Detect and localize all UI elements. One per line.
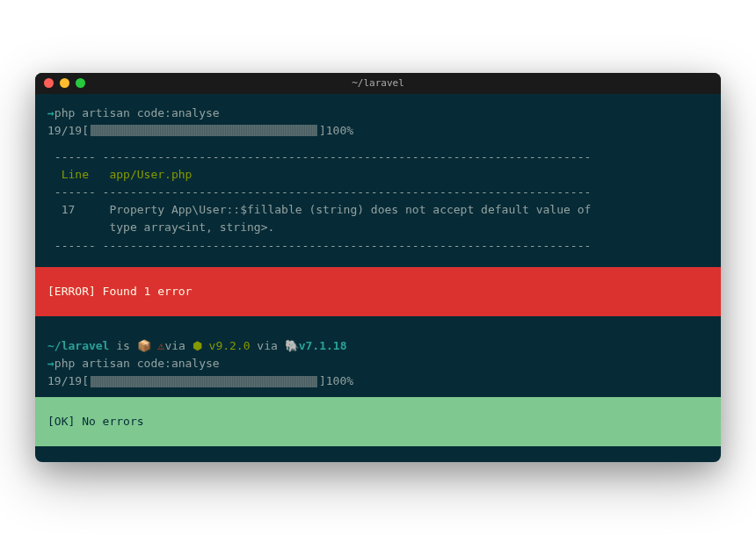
node-version: v9.2.0 (209, 339, 258, 352)
elephant-icon: 🐘 (285, 339, 299, 352)
prompt-is: is (109, 339, 136, 352)
bracket-open: [ (82, 372, 89, 390)
bracket-close: ] (319, 122, 326, 140)
via-text: via (257, 339, 284, 352)
prompt-arrow-icon: → (47, 357, 55, 370)
progress-bar (91, 376, 317, 387)
table-divider: ------ ---------------------------------… (35, 237, 721, 255)
table-header: Line app/User.php (35, 166, 721, 184)
command-text: php artisan code:analyse (55, 106, 220, 119)
shell-prompt: ~/laravel is 📦 ⚠via ⬢ v9.2.0 via 🐘v7.1.1… (35, 337, 721, 355)
progress-count: 19/19 (47, 122, 82, 140)
table-row: 17 Property App\User::$fillable (string)… (35, 201, 721, 219)
progress-line: 19/19 [] 100% (35, 122, 721, 140)
prompt-arrow-icon: → (47, 106, 55, 119)
ok-label: [OK] No errors (47, 415, 144, 428)
package-icon: 📦 (137, 339, 151, 352)
progress-percent: 100% (326, 372, 353, 390)
table-divider: ------ ---------------------------------… (35, 148, 721, 166)
prompt-path: ~/laravel (47, 339, 109, 352)
via-text: via (164, 339, 192, 352)
error-message: Property App\User::$fillable (string) do… (109, 203, 591, 216)
window-title: ~/laravel (352, 77, 404, 89)
error-message-cont: type array<int, string>. (109, 221, 274, 234)
minimize-icon[interactable] (60, 78, 69, 88)
table-divider: ------ ---------------------------------… (35, 184, 721, 201)
ok-banner: [OK] No errors (35, 397, 721, 446)
bracket-close: ] (319, 372, 326, 390)
progress-count: 19/19 (47, 372, 82, 390)
progress-percent: 100% (326, 122, 353, 140)
error-banner: [ERROR] Found 1 error (35, 267, 721, 316)
terminal-window: ~/laravel →php artisan code:analyse 19/1… (35, 73, 721, 463)
php-version: v7.1.18 (299, 339, 347, 352)
line-number: 17 (62, 203, 76, 216)
zoom-icon[interactable] (76, 78, 85, 88)
table-row: type array<int, string>. (35, 219, 721, 236)
window-controls (44, 78, 85, 88)
progress-line: 19/19 [] 100% (35, 372, 721, 390)
titlebar: ~/laravel (35, 73, 721, 94)
close-icon[interactable] (44, 78, 54, 88)
progress-bar (91, 125, 317, 136)
col-line: Line (62, 168, 89, 181)
terminal-content[interactable]: →php artisan code:analyse 19/19 [] 100% … (35, 94, 721, 463)
node-icon: ⬢ (193, 339, 202, 352)
command-text: php artisan code:analyse (55, 357, 220, 370)
col-file: app/User.php (109, 168, 192, 181)
error-label: [ERROR] Found 1 error (47, 285, 192, 298)
bracket-open: [ (82, 122, 89, 140)
command-line: →php artisan code:analyse (35, 355, 721, 372)
command-line: →php artisan code:analyse (35, 105, 721, 122)
